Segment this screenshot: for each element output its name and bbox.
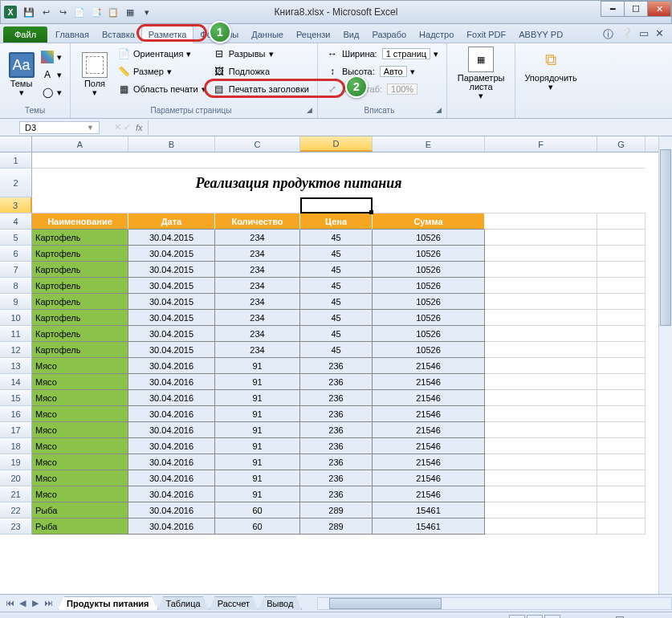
cell-name[interactable]: Мясо [32,438,128,454]
cell[interactable] [597,470,646,486]
cell-name[interactable]: Картофель [32,230,128,246]
cell[interactable] [597,358,646,374]
margins-button[interactable]: Поля ▾ [75,45,114,104]
cell-name[interactable]: Мясо [32,406,128,422]
cell-date[interactable]: 30.04.2015 [128,310,215,326]
cell-date[interactable]: 30.04.2016 [128,390,215,406]
cell[interactable] [597,197,646,213]
cell-qty[interactable]: 91 [215,390,300,406]
row-header[interactable]: 3 [0,197,32,213]
sheet-nav-last-icon[interactable]: ⏭ [42,598,55,608]
dialog-launcher-icon[interactable]: ◢ [436,106,442,114]
row-header[interactable]: 19 [0,454,32,470]
qat-button[interactable]: 💾 [22,5,36,19]
cell[interactable] [597,406,646,422]
cell[interactable] [597,502,646,518]
cell-price[interactable]: 236 [300,358,373,374]
row-header[interactable]: 18 [0,438,32,454]
cell-qty[interactable]: 91 [215,470,300,486]
cell-sum[interactable]: 10526 [373,342,485,358]
cell-date[interactable]: 30.04.2016 [128,374,215,390]
cell-price[interactable]: 236 [300,406,373,422]
cell-price[interactable]: 236 [300,422,373,438]
cell-sum[interactable]: 10526 [373,310,485,326]
cell-name[interactable]: Картофель [32,278,128,294]
row-header[interactable]: 1 [0,152,32,169]
column-header-E[interactable]: E [373,136,485,152]
tab-вставка[interactable]: Вставка [96,26,141,43]
cell[interactable] [373,197,485,213]
cell-sum[interactable]: 21546 [373,486,485,502]
cell[interactable] [485,406,597,422]
row-header[interactable]: 10 [0,310,32,326]
cell[interactable] [597,246,646,262]
column-header-G[interactable]: G [597,136,646,152]
cell[interactable] [597,294,646,310]
table-header[interactable]: Количество [215,213,300,230]
cell[interactable] [485,246,597,262]
arrange-button[interactable]: ⧉ Упорядочить ▾ [520,45,581,93]
cell-qty[interactable]: 234 [215,342,300,358]
sheet-tab[interactable]: Таблица [157,596,210,610]
row-header[interactable]: 4 [0,213,32,230]
cell[interactable] [597,262,646,278]
worksheet-grid[interactable]: ABCDEFG 12Реализация продуктов питания34… [0,136,672,594]
cell-price[interactable]: 236 [300,390,373,406]
cell-sum[interactable]: 10526 [373,246,485,262]
cell-qty[interactable]: 234 [215,294,300,310]
cell-price[interactable]: 45 [300,294,373,310]
background-button[interactable]: 🖼Подложка [210,63,312,80]
cell-sum[interactable]: 21546 [373,358,485,374]
cell-price[interactable]: 45 [300,310,373,326]
scroll-thumb[interactable] [660,149,671,326]
cell-price[interactable]: 236 [300,470,373,486]
fonts-button[interactable]: A▾ [38,66,65,83]
height-control[interactable]: ↕Высота: Авто ▾ [323,63,442,80]
cell-date[interactable]: 30.04.2016 [128,406,215,422]
cell-qty[interactable]: 234 [215,230,300,246]
cell[interactable] [128,197,215,213]
themes-button[interactable]: Aa Темы ▾ [5,45,38,104]
cell-name[interactable]: Мясо [32,374,128,390]
cell-price[interactable]: 45 [300,342,373,358]
cell-date[interactable]: 30.04.2016 [128,422,215,438]
cell-qty[interactable]: 91 [215,422,300,438]
column-header-B[interactable]: B [128,136,215,152]
tab-разметка[interactable]: Разметка [141,26,194,43]
cell-date[interactable]: 30.04.2015 [128,294,215,310]
row-header[interactable]: 17 [0,422,32,438]
cell-sum[interactable]: 15461 [373,502,485,518]
cell-sum[interactable]: 10526 [373,230,485,246]
cell[interactable] [597,326,646,342]
cell-price[interactable]: 45 [300,230,373,246]
cell-price[interactable]: 236 [300,438,373,454]
row-header[interactable]: 22 [0,502,32,518]
cell-qty[interactable]: 91 [215,486,300,502]
sheet-tab[interactable]: Продукты питания [58,596,158,610]
table-header[interactable]: Наименование [32,213,128,230]
size-button[interactable]: 📏Размер ▾ [114,63,210,80]
tab-foxit pdf[interactable]: Foxit PDF [460,26,512,43]
row-header[interactable]: 2 [0,169,32,197]
cell[interactable] [373,152,485,169]
cell-qty[interactable]: 234 [215,310,300,326]
row-header[interactable]: 23 [0,518,32,535]
column-header-F[interactable]: F [485,136,597,152]
cell[interactable] [32,152,128,169]
cell-sum[interactable]: 21546 [373,390,485,406]
cell-qty[interactable]: 234 [215,246,300,262]
cell[interactable] [485,152,597,169]
cell-date[interactable]: 30.04.2016 [128,438,215,454]
cell-name[interactable]: Картофель [32,342,128,358]
row-header[interactable]: 15 [0,390,32,406]
cell-qty[interactable]: 91 [215,406,300,422]
cell-price[interactable]: 236 [300,454,373,470]
colors-button[interactable]: ▾ [38,48,65,66]
cell[interactable] [485,470,597,486]
qat-button[interactable]: ▾ [140,5,154,19]
cell[interactable] [485,422,597,438]
effects-button[interactable]: ◯▾ [38,83,65,101]
breaks-button[interactable]: ⊟Разрывы ▾ [210,45,312,63]
cell-sum[interactable]: 10526 [373,262,485,278]
table-header[interactable]: Цена [300,213,373,230]
